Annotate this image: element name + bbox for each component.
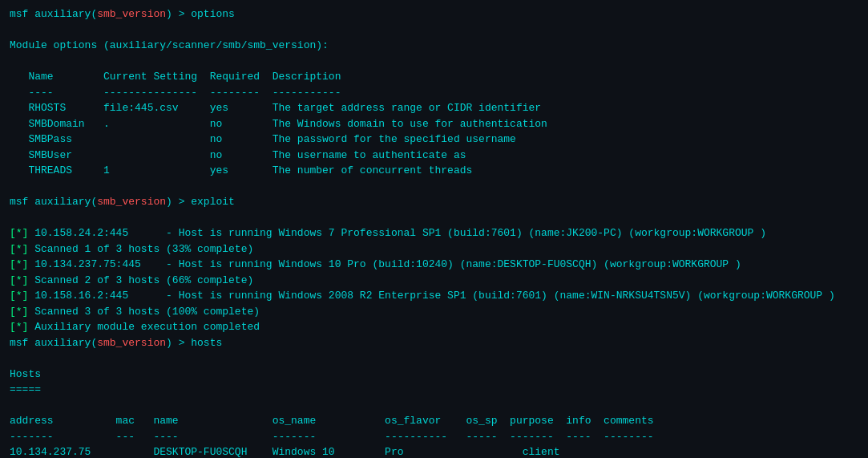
result-text-1: 10.158.24.2:445 - Host is running Window… [28, 227, 766, 239]
result-bracket-5: [*] [10, 290, 28, 302]
result-line-1: [*] 10.158.24.2:445 - Host is running Wi… [10, 225, 858, 241]
hosts-separator: ===== [10, 382, 858, 398]
line-prompt3: msf auxiliary(smb_version) > hosts [10, 335, 858, 351]
cmd-suffix-2: ) > exploit [166, 196, 235, 208]
result-line-3: [*] 10.134.237.75:445 - Host is running … [10, 257, 858, 273]
result-line-4: [*] Scanned 2 of 3 hosts (66% complete) [10, 273, 858, 289]
module-name-1: smb_version [97, 8, 166, 20]
msf-prefix: msf auxiliary( [10, 8, 97, 20]
line-prompt2: msf auxiliary(smb_version) > exploit [10, 194, 858, 210]
terminal: msf auxiliary(smb_version) > options Mod… [0, 0, 868, 458]
result-text-7: Auxiliary module execution completed [28, 321, 260, 333]
option-smbpass: SMBPass no The password for the specifie… [10, 132, 858, 148]
hosts-col-sep: ------- --- ---- ------- ---------- ----… [10, 429, 858, 445]
blank-3 [10, 179, 858, 195]
options-header-names: Name Current Setting Required Descriptio… [10, 69, 858, 85]
options-header-sep: ---- --------------- -------- ----------… [10, 85, 858, 101]
result-text-6: Scanned 3 of 3 hosts (100% complete) [28, 306, 260, 318]
result-text-3: 10.134.237.75:445 - Host is running Wind… [28, 258, 741, 270]
result-bracket-7: [*] [10, 321, 28, 333]
result-line-2: [*] Scanned 1 of 3 hosts (33% complete) [10, 241, 858, 257]
result-bracket-2: [*] [10, 243, 28, 255]
option-rhosts: RHOSTS file:445.csv yes The target addre… [10, 100, 858, 116]
result-text-2: Scanned 1 of 3 hosts (33% complete) [28, 243, 253, 255]
result-bracket-4: [*] [10, 274, 28, 286]
hosts-row-1: 10.134.237.75 DESKTOP-FU0SCQH Windows 10… [10, 444, 858, 458]
module-name-2: smb_version [97, 196, 166, 208]
result-bracket-1: [*] [10, 227, 28, 239]
result-line-6: [*] Scanned 3 of 3 hosts (100% complete) [10, 304, 858, 320]
blank-4 [10, 210, 858, 226]
hosts-title: Hosts [10, 367, 858, 383]
cmd-suffix-3: ) > hosts [166, 337, 222, 349]
hosts-col-headers: address mac name os_name os_flavor os_sp… [10, 413, 858, 429]
blank-5 [10, 351, 858, 367]
blank-2 [10, 54, 858, 70]
msf-prefix-2: msf auxiliary( [10, 196, 97, 208]
result-bracket-3: [*] [10, 258, 28, 270]
option-threads: THREADS 1 yes The number of concurrent t… [10, 163, 858, 179]
option-smbuser: SMBUser no The username to authenticate … [10, 148, 858, 164]
cmd-suffix-1: ) > options [166, 8, 235, 20]
result-line-5: [*] 10.158.16.2:445 - Host is running Wi… [10, 288, 858, 304]
blank-1 [10, 22, 858, 39]
module-options-title: Module options (auxiliary/scanner/smb/sm… [10, 38, 858, 54]
module-name-3: smb_version [97, 337, 166, 349]
result-bracket-6: [*] [10, 306, 28, 318]
blank-6 [10, 398, 858, 414]
msf-prefix-3: msf auxiliary( [10, 337, 97, 349]
result-text-4: Scanned 2 of 3 hosts (66% complete) [28, 274, 253, 286]
line-prompt1: msf auxiliary(smb_version) > options [10, 6, 858, 22]
option-smbdomain: SMBDomain . no The Windows domain to use… [10, 116, 858, 132]
result-text-5: 10.158.16.2:445 - Host is running Window… [28, 290, 834, 302]
result-line-7: [*] Auxiliary module execution completed [10, 319, 858, 335]
